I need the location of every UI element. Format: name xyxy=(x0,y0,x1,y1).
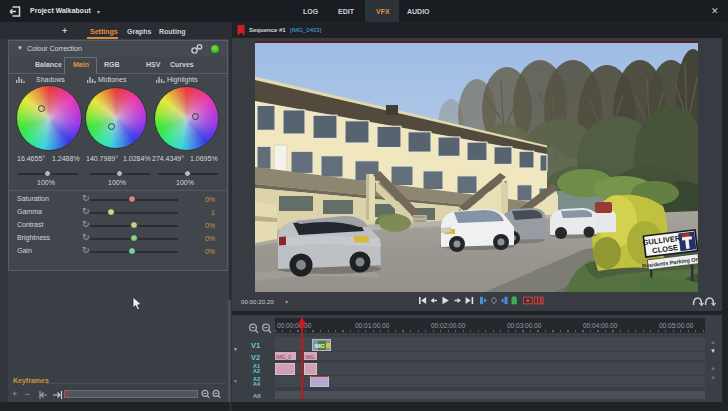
svg-text:IMG: IMG xyxy=(314,343,324,349)
